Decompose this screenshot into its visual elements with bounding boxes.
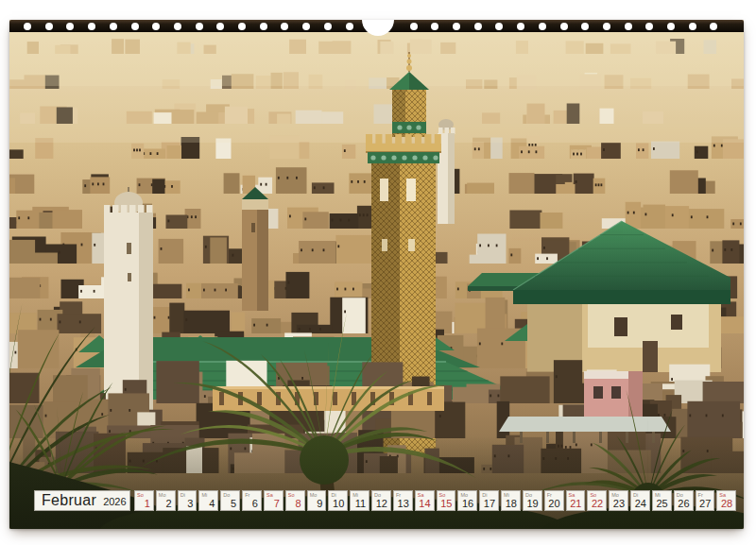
day-abbr: Fr [396, 492, 401, 498]
day-cell-23: Mo23 [609, 490, 628, 511]
day-number: 4 [209, 498, 215, 509]
calendar-photo-fez-cityscape [9, 20, 744, 529]
day-abbr: Do [223, 492, 230, 498]
day-cell-11: Mi11 [350, 490, 369, 511]
day-abbr: Mo [460, 492, 468, 498]
day-abbr: So [590, 492, 596, 498]
day-number: 24 [635, 498, 646, 509]
day-cell-7: Sa7 [264, 490, 284, 511]
day-number: 11 [355, 498, 366, 509]
binding-hole [581, 23, 589, 30]
day-cell-5: Do5 [220, 490, 240, 511]
day-number: 21 [570, 498, 581, 509]
day-abbr: Do [374, 492, 381, 498]
day-cell-17: Di17 [479, 490, 499, 511]
day-cell-21: Sa21 [566, 490, 586, 511]
day-number: 10 [333, 498, 344, 509]
day-cell-18: Mi18 [501, 490, 521, 511]
day-cell-6: Fr6 [242, 490, 262, 511]
binding-hole [645, 23, 653, 30]
day-abbr: Mi [655, 492, 661, 498]
day-number: 2 [166, 498, 172, 509]
day-number: 19 [526, 498, 538, 509]
day-abbr: Sa [418, 492, 424, 498]
day-cell-16: Mo16 [457, 490, 477, 511]
binding-hole [495, 23, 503, 30]
day-number: 28 [721, 498, 732, 509]
day-cell-3: Di3 [178, 490, 198, 511]
binding-hole [174, 23, 181, 30]
day-cell-9: Mo9 [307, 490, 327, 511]
day-number: 1 [145, 498, 150, 509]
day-number: 13 [398, 498, 409, 509]
day-cells-row: So1Mo2Di3Mi4Do5Fr6Sa7So8Mo9Di10Mi11Do12F… [134, 490, 736, 511]
binding-hole [539, 23, 546, 30]
day-abbr: So [439, 492, 446, 498]
binding-hole [281, 23, 288, 30]
day-number: 14 [419, 498, 430, 509]
day-abbr: Mo [611, 492, 619, 498]
day-cell-26: Do26 [674, 490, 694, 511]
day-abbr: Sa [719, 492, 726, 498]
binding-hole [667, 23, 675, 30]
date-strip: Februar 2026 So1Mo2Di3Mi4Do5Fr6Sa7So8Mo9… [34, 490, 736, 511]
binding-hole [324, 23, 332, 30]
binding-hole [431, 23, 438, 30]
binding-hole [238, 23, 246, 30]
day-number: 20 [548, 498, 559, 509]
day-cell-15: So15 [437, 490, 456, 511]
day-number: 7 [274, 498, 280, 509]
brown-minaret [242, 187, 268, 311]
binding-hole [410, 23, 418, 30]
binding-hole [45, 23, 53, 30]
year-label: 2026 [103, 494, 126, 507]
day-abbr: Mo [159, 492, 166, 498]
day-cell-25: Mi25 [652, 490, 672, 511]
binding-hole [152, 23, 160, 30]
day-abbr: Sa [266, 492, 273, 498]
day-abbr: Di [180, 492, 185, 498]
day-number: 8 [296, 498, 301, 509]
day-cell-27: Fr27 [696, 490, 715, 511]
day-abbr: Sa [569, 492, 576, 498]
day-abbr: Di [331, 492, 335, 498]
binding-hole [453, 23, 460, 30]
day-number: 9 [317, 498, 322, 509]
day-cell-20: Fr20 [544, 490, 564, 511]
day-number: 22 [592, 498, 603, 509]
binding-hole [625, 23, 632, 30]
day-abbr: So [288, 492, 295, 498]
product-photo-background: Februar 2026 So1Mo2Di3Mi4Do5Fr6Sa7So8Mo9… [0, 0, 756, 545]
day-cell-14: Sa14 [415, 490, 435, 511]
binding-hole [517, 23, 524, 30]
day-cell-24: Di24 [630, 490, 650, 511]
binding-hole [603, 23, 610, 30]
day-number: 15 [440, 498, 452, 509]
day-number: 17 [484, 498, 495, 509]
day-cell-2: Mo2 [156, 490, 176, 511]
day-cell-1: So1 [134, 490, 154, 511]
binding-hole [710, 23, 717, 30]
binding-hole [24, 23, 31, 30]
day-cell-10: Di10 [328, 490, 348, 511]
day-number: 5 [231, 498, 236, 509]
binding-hole [216, 23, 224, 30]
day-abbr: Di [633, 492, 638, 498]
day-number: 26 [678, 498, 689, 509]
day-abbr: Fr [698, 492, 703, 498]
day-abbr: Mi [201, 492, 207, 498]
month-label: Februar [42, 492, 96, 509]
day-abbr: Di [482, 492, 487, 498]
day-abbr: Mo [310, 492, 318, 498]
day-number: 27 [699, 498, 711, 509]
day-number: 18 [506, 498, 517, 509]
day-number: 6 [252, 498, 258, 509]
day-abbr: Mi [504, 492, 509, 498]
day-abbr: So [137, 492, 144, 498]
day-abbr: Do [677, 492, 683, 498]
month-box: Februar 2026 [34, 490, 130, 511]
day-cell-13: Fr13 [393, 490, 413, 511]
day-number: 25 [656, 498, 667, 509]
day-abbr: Fr [245, 492, 249, 498]
binding-hole [302, 23, 310, 30]
